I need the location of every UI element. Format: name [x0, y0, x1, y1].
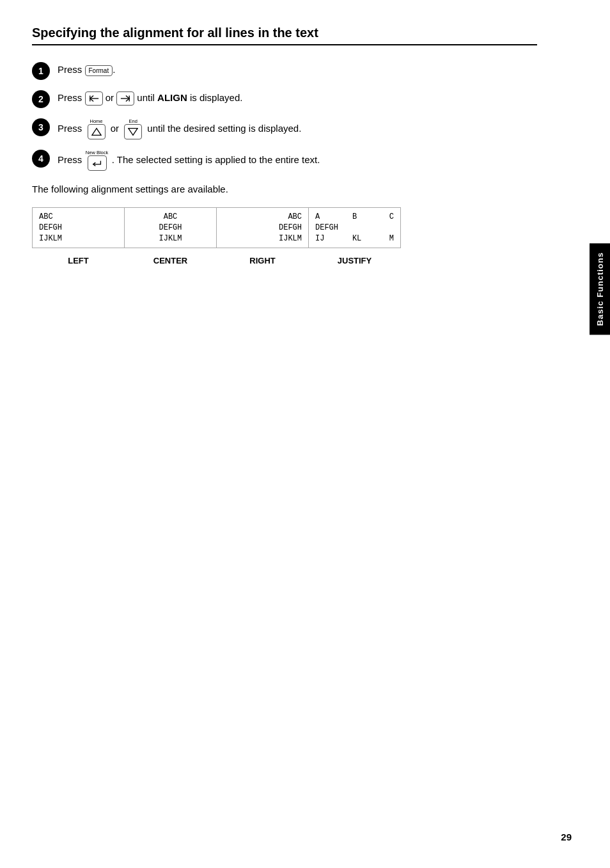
left-arrow-icon — [89, 94, 99, 103]
align-right-example: ABC DEFGH IJKLM — [216, 207, 309, 248]
step-number-2: 2 — [32, 90, 50, 108]
step-2: 2 Press or — [32, 89, 537, 108]
page-number: 29 — [561, 832, 572, 842]
alignment-labels: LEFT CENTER RIGHT JUSTIFY — [32, 253, 537, 265]
align-center-example: ABC DEFGH IJKLM — [124, 207, 217, 248]
center-line2: DEFGH — [131, 223, 210, 233]
step-3: 3 Press Home or End — [32, 117, 537, 139]
step-1-text: Press Format . — [58, 61, 115, 77]
svg-marker-5 — [129, 129, 137, 136]
up-arrow-icon — [91, 127, 102, 137]
alignment-examples: ABC DEFGH IJKLM ABC DEFGH IJKLM ABC DEFG… — [32, 207, 537, 265]
justify-line2: DEFGH — [315, 223, 394, 233]
right-line1: ABC — [223, 212, 302, 223]
center-line1: ABC — [131, 212, 210, 223]
right-arrow-icon — [120, 94, 130, 103]
label-justify: JUSTIFY — [308, 253, 401, 265]
enter-key-icon — [91, 158, 103, 168]
step-2-text: Press or — [58, 89, 242, 106]
following-text: The following alignment settings are ava… — [32, 184, 537, 194]
alignment-grid: ABC DEFGH IJKLM ABC DEFGH IJKLM ABC DEFG… — [32, 207, 537, 248]
step-4-text: Press New Block . The selected setting i… — [58, 148, 320, 171]
up-arrow-key — [88, 124, 106, 139]
align-justify-example: ABC DEFGH IJKLM — [308, 207, 401, 248]
justify-line3: IJKLM — [315, 233, 394, 244]
right-arrow-key — [116, 91, 134, 106]
step-number-3: 3 — [32, 118, 50, 136]
page-title: Specifying the alignment for all lines i… — [32, 26, 537, 40]
step-1: 1 Press Format . — [32, 61, 537, 80]
label-center: CENTER — [124, 253, 217, 265]
step-4: 4 Press New Block . The selected setting… — [32, 148, 537, 171]
left-arrow-key — [85, 91, 103, 106]
down-arrow-icon — [128, 127, 138, 137]
steps-list: 1 Press Format . 2 Press — [32, 61, 537, 171]
step-3-text: Press Home or End — [58, 117, 301, 139]
enter-key — [88, 155, 107, 171]
label-right: RIGHT — [216, 253, 309, 265]
side-tab: Basic Functions — [590, 243, 610, 335]
step-number-1: 1 — [32, 62, 50, 80]
down-arrow-key — [124, 124, 142, 139]
center-line3: IJKLM — [131, 233, 210, 244]
svg-marker-4 — [91, 129, 100, 136]
left-line3: IJKLM — [39, 233, 118, 244]
label-left: LEFT — [32, 253, 125, 265]
left-line1: ABC — [39, 212, 118, 223]
title-rule — [32, 44, 537, 45]
step-number-4: 4 — [32, 150, 50, 168]
left-line2: DEFGH — [39, 223, 118, 233]
right-line3: IJKLM — [223, 233, 302, 244]
justify-line1: ABC — [315, 212, 394, 223]
align-left-example: ABC DEFGH IJKLM — [32, 207, 125, 248]
right-line2: DEFGH — [223, 223, 302, 233]
format-key: Format — [85, 65, 113, 76]
